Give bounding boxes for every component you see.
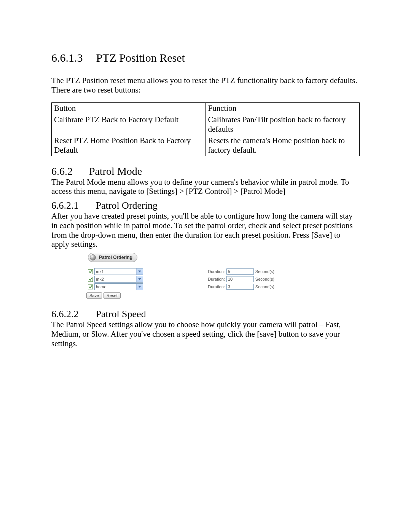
heading-text: Patrol Speed xyxy=(96,308,146,320)
preset-enable-checkbox[interactable] xyxy=(88,269,93,274)
paragraph: The PTZ Position reset menu allows you t… xyxy=(51,76,360,95)
chevron-down-icon xyxy=(136,268,143,275)
panel-header: Patrol Ordering xyxy=(88,253,137,262)
duration-label: Duration: xyxy=(208,277,225,281)
duration-label: Duration: xyxy=(208,284,225,289)
heading-number: 6.6.1.3 xyxy=(51,51,93,64)
heading-text: Patrol Mode xyxy=(89,165,142,177)
paragraph: The Patrol Speed settings allow you to c… xyxy=(51,320,360,348)
heading-text: Patrol Ordering xyxy=(96,200,158,211)
heading-number: 6.6.2 xyxy=(51,165,86,177)
preset-select[interactable]: mk1 xyxy=(94,268,143,275)
seconds-label: Second(s) xyxy=(255,284,274,289)
table-cell: Calibrates Pan/Tilt position back to fac… xyxy=(206,114,360,135)
svg-marker-1 xyxy=(138,278,141,280)
preset-select[interactable]: mk2 xyxy=(94,276,143,283)
preset-select-value: mk1 xyxy=(95,269,136,274)
duration-value: 3 xyxy=(228,284,230,289)
table-cell: Resets the camera's Home position back t… xyxy=(206,135,360,156)
duration-input[interactable]: 10 xyxy=(226,276,254,282)
heading-number: 6.6.2.2 xyxy=(51,308,93,320)
preset-enable-checkbox[interactable] xyxy=(88,284,93,289)
reset-button[interactable]: Reset xyxy=(104,292,121,299)
patrol-row: mk1 Duration: 5 Second(s) xyxy=(88,268,274,275)
panel-title: Patrol Ordering xyxy=(99,255,132,260)
table-row: Reset PTZ Home Position Back to Factory … xyxy=(52,135,360,156)
heading-patrol-ordering: 6.6.2.1 Patrol Ordering xyxy=(51,200,360,211)
svg-marker-2 xyxy=(138,286,141,288)
duration-input[interactable]: 5 xyxy=(226,268,254,275)
reset-buttons-table: Button Function Calibrate PTZ Back to Fa… xyxy=(51,102,360,156)
seconds-label: Second(s) xyxy=(255,269,274,274)
heading-number: 6.6.2.1 xyxy=(51,200,93,211)
patrol-ordering-panel: Patrol Ordering mk1 Du xyxy=(88,253,274,299)
chevron-down-icon xyxy=(136,284,143,290)
table-header-cell: Function xyxy=(206,102,360,114)
chevron-down-icon xyxy=(136,276,143,282)
duration-value: 10 xyxy=(228,277,233,281)
preset-select-value: home xyxy=(95,284,136,289)
table-cell: Calibrate PTZ Back to Factory Default xyxy=(52,114,206,135)
save-button[interactable]: Save xyxy=(86,292,102,299)
table-cell: Reset PTZ Home Position Back to Factory … xyxy=(52,135,206,156)
heading-patrol-speed: 6.6.2.2 Patrol Speed xyxy=(51,308,360,320)
document-page: 6.6.1.3 PTZ Position Reset The PTZ Posit… xyxy=(0,0,411,532)
table-header-cell: Button xyxy=(52,102,206,114)
heading-ptz-position-reset: 6.6.1.3 PTZ Position Reset xyxy=(51,51,360,64)
seconds-label: Second(s) xyxy=(255,277,274,281)
preset-enable-checkbox[interactable] xyxy=(88,277,93,282)
patrol-row: mk2 Duration: 10 Second(s) xyxy=(88,276,274,283)
sphere-icon xyxy=(90,254,96,260)
paragraph: After you have created preset points, yo… xyxy=(51,211,360,249)
table-row: Button Function xyxy=(52,102,360,114)
duration-input[interactable]: 3 xyxy=(226,284,254,290)
heading-text: PTZ Position Reset xyxy=(96,51,185,64)
patrol-row: home Duration: 3 Second(s) xyxy=(88,283,274,290)
duration-value: 5 xyxy=(228,269,230,274)
duration-label: Duration: xyxy=(208,269,225,274)
paragraph: The Patrol Mode menu allows you to defin… xyxy=(51,177,360,197)
preset-select[interactable]: home xyxy=(94,283,143,290)
preset-select-value: mk2 xyxy=(95,277,136,281)
table-row: Calibrate PTZ Back to Factory Default Ca… xyxy=(52,114,360,135)
heading-patrol-mode: 6.6.2 Patrol Mode xyxy=(51,165,360,177)
svg-marker-0 xyxy=(138,271,141,273)
